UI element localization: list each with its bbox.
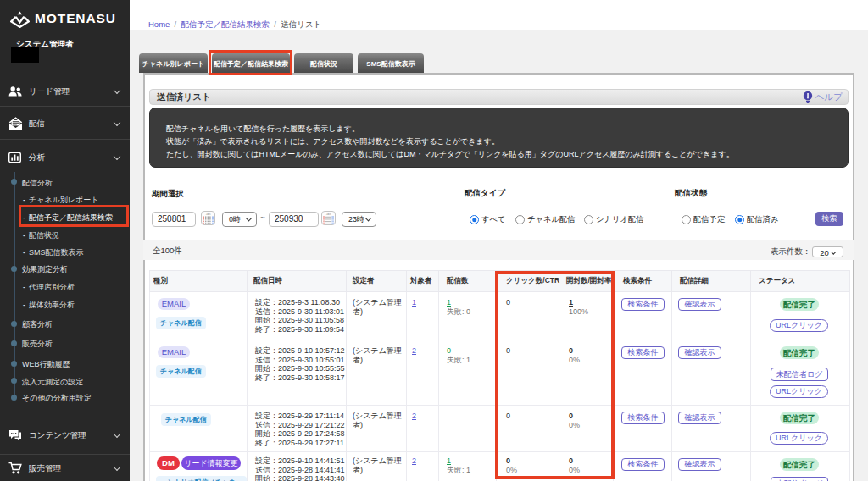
svg-text:JAN: JAN (326, 213, 331, 216)
svg-text:JAN: JAN (206, 213, 211, 216)
